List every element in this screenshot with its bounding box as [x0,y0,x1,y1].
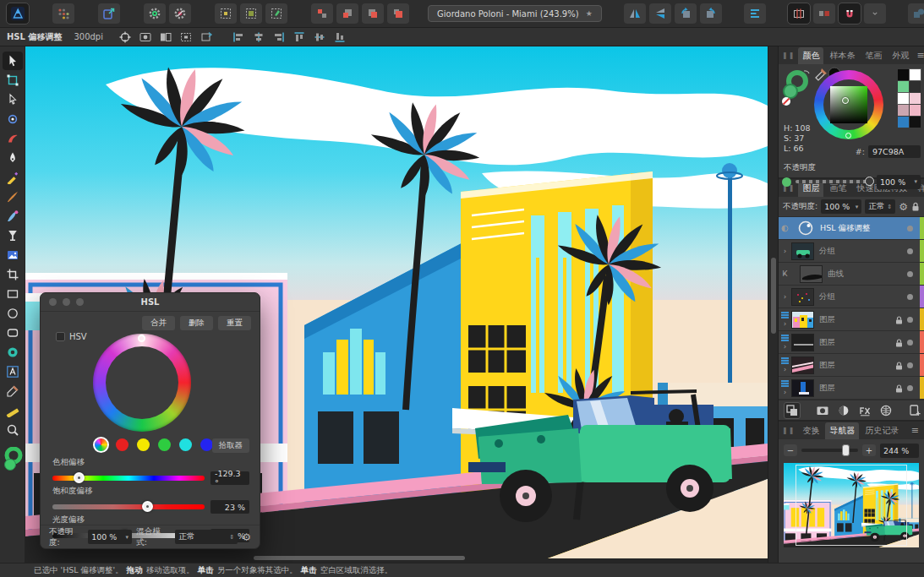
layer-row-图层[interactable]: ›图层 [779,377,924,400]
to-back-button[interactable] [311,3,333,24]
lock-icon[interactable] [895,335,903,351]
dialog-opacity-dropdown[interactable]: 100 %▾ [88,530,132,544]
layer-effects-button[interactable] [858,404,872,417]
lock-icon[interactable] [895,357,903,373]
export-persona-button[interactable] [98,3,120,24]
transform-box-button[interactable] [178,30,194,45]
rotate-cw-button[interactable] [700,3,722,24]
panel-grip[interactable]: ❚❚ [782,427,795,434]
layer-thumbnail[interactable] [791,357,814,374]
layer-thumbnail[interactable] [791,242,814,260]
flip-horizontal-button[interactable] [624,3,646,24]
node-tool[interactable] [3,90,23,109]
cycle-selection-button[interactable] [198,30,215,45]
blend-mode-dropdown[interactable]: 正常⇕ [175,530,238,544]
layers-gear-icon[interactable]: ⚙ [899,201,908,213]
layer-row-HSL 偏移调整[interactable]: HSL 偏移调整 [779,217,924,240]
navigator-preview[interactable] [784,463,919,547]
layer-row-分组[interactable]: ›分组 [779,286,924,308]
navigator-viewport-rect[interactable] [796,465,906,546]
layer-thumbnail[interactable] [800,265,823,283]
panel-menu-icon[interactable]: ≡ [915,50,924,61]
channel-swatch-4[interactable] [179,438,192,451]
layer-row-图层[interactable]: ›图层 [779,331,924,354]
place-image-tool[interactable] [3,246,23,264]
tab-笔画[interactable]: 笔画 [861,47,886,64]
alignment-button[interactable] [744,3,766,24]
saturation-shift-value[interactable]: 23 % [210,500,249,514]
move-tool[interactable] [3,52,23,70]
snapping-magnet-button[interactable] [839,3,861,24]
boolean-add-button[interactable] [908,3,924,24]
pencil-tool[interactable] [3,168,23,187]
transform-origin-button[interactable] [117,30,134,45]
layer-thumbnail[interactable] [791,334,814,351]
edit-all-layers-button[interactable] [784,402,801,419]
color-wheel[interactable] [814,70,883,139]
vector-crop-tool[interactable] [3,265,23,284]
fill-stroke-indicator[interactable] [780,68,814,106]
layer-thumbnail[interactable] [791,288,814,306]
swatch-8[interactable] [898,117,909,128]
new-layer-button[interactable] [908,404,921,417]
visibility-dot[interactable] [907,385,913,391]
tab-导航器[interactable]: 导航器 [825,422,859,439]
show-selection-button[interactable] [137,30,154,45]
channel-swatch-3[interactable] [158,438,171,451]
layer-row-图层[interactable]: ›图层 [779,308,924,331]
visibility-dot[interactable] [907,362,913,368]
dialog-gear-icon[interactable]: ⚙ [242,531,251,543]
fill-stroke-well[interactable] [3,447,23,472]
align-left-button[interactable] [230,30,247,45]
pixel-persona-button[interactable] [52,3,74,24]
visibility-dot[interactable] [907,271,913,277]
layer-expand[interactable]: › [779,292,791,301]
opacity-slider[interactable] [796,180,872,183]
tab-颜色[interactable]: 颜色 [798,47,823,64]
channel-swatch-0[interactable] [95,438,107,451]
canvas[interactable]: HSL 合并 删除 重置 HSV 拾取器 色相偏移 [25,46,768,563]
shape-tool[interactable] [3,343,23,362]
edit-selection-box-button[interactable] [215,3,237,24]
visibility-dot[interactable] [907,340,913,346]
visibility-dot[interactable] [907,317,913,323]
transparency-tool[interactable] [3,226,23,245]
artboard-tool[interactable] [3,71,23,90]
corner-tool[interactable] [3,110,23,128]
star-icon[interactable]: ★ [586,9,593,18]
layer-thumbnail[interactable] [791,379,814,397]
layer-expand[interactable] [779,225,791,232]
measure-tool[interactable] [3,401,23,420]
pixel-preview-button[interactable] [813,3,835,24]
swatch-5[interactable] [910,93,921,104]
panel-grip[interactable]: ❚❚ [782,52,795,59]
pen-tool[interactable] [3,149,23,167]
swatch-1[interactable] [910,69,921,80]
picker-button[interactable]: 拾取器 [212,438,250,453]
tab-变换[interactable]: 变换 [798,422,823,439]
vector-brush-tool[interactable] [3,188,23,206]
snapping-options-chevron[interactable] [864,3,886,24]
swatch-3[interactable] [910,81,921,92]
layer-expand[interactable]: Ҝ [779,269,791,278]
document-title-pill[interactable]: Giordano Poloni - Miami (243.9%) ★ [428,5,602,22]
ellipse-tool[interactable] [3,304,23,323]
swatch-0[interactable] [898,69,909,80]
opacity-dropdown[interactable]: 100 %▾ [877,175,921,189]
swatch-7[interactable] [910,105,921,116]
hue-shift-value[interactable]: -129.3 ° [210,471,249,485]
hsl-dialog-titlebar[interactable]: HSL [41,293,260,312]
align-right-button[interactable] [271,30,287,45]
layer-expand[interactable]: › [779,380,791,396]
hex-input[interactable]: 97C98A [868,145,921,158]
hsv-checkbox-box[interactable] [56,332,65,341]
show-grid-button[interactable] [788,3,810,24]
tab-样本条[interactable]: 样本条 [825,47,859,64]
reset-button[interactable]: 重置 [218,316,251,330]
to-front-button[interactable] [387,3,409,24]
visibility-dot[interactable] [907,226,913,231]
hue-marker[interactable] [845,133,851,139]
text-tool[interactable] [3,362,23,381]
color-picker-tool[interactable] [3,382,23,400]
channel-swatch-2[interactable] [137,438,150,451]
